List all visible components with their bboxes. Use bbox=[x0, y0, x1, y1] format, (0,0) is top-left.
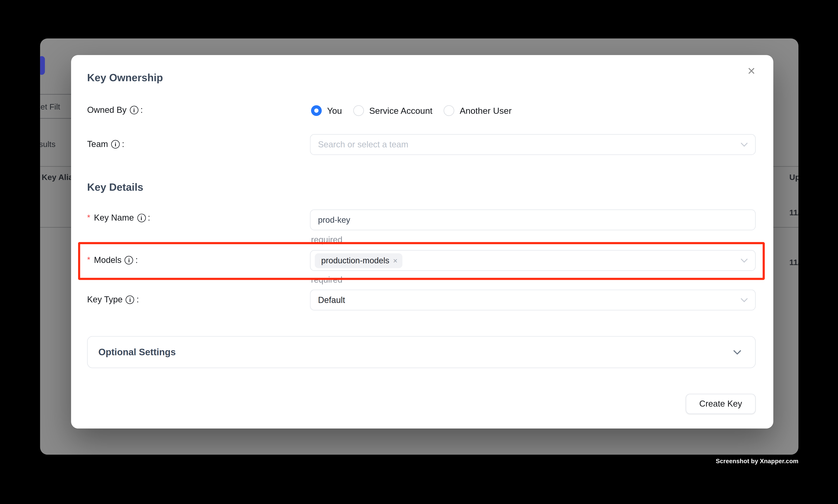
radio-option-another-user[interactable]: Another User bbox=[444, 105, 512, 116]
models-label: * Models i : bbox=[87, 255, 138, 265]
chevron-down-icon bbox=[741, 142, 748, 147]
section-title-key-ownership: Key Ownership bbox=[87, 72, 163, 84]
info-icon: i bbox=[126, 295, 134, 304]
chevron-down-icon bbox=[741, 258, 748, 263]
radio-label: You bbox=[327, 106, 342, 116]
required-asterisk: * bbox=[87, 254, 90, 264]
models-select[interactable]: production-models × bbox=[310, 250, 756, 271]
screenshot-stage: eset Filt sults Key Alia Up 11/ 11/ × Ke… bbox=[0, 0, 838, 504]
owned-by-label-text: Owned By bbox=[87, 105, 126, 115]
key-type-select[interactable]: Default bbox=[310, 290, 756, 310]
key-type-value: Default bbox=[318, 295, 345, 305]
key-name-input[interactable] bbox=[310, 210, 756, 230]
models-validation-message: required bbox=[311, 275, 342, 285]
create-key-label: Create Key bbox=[699, 399, 742, 409]
key-name-label-text: Key Name bbox=[94, 213, 134, 223]
optional-settings-expander[interactable]: Optional Settings bbox=[87, 336, 755, 368]
team-label: Team i : bbox=[87, 139, 124, 149]
colon: : bbox=[137, 295, 139, 305]
key-name-validation-message: required bbox=[311, 235, 342, 245]
model-tag-label: production-models bbox=[321, 256, 389, 265]
chevron-down-icon bbox=[741, 298, 748, 302]
colon: : bbox=[140, 105, 143, 115]
radio-option-service-account[interactable]: Service Account bbox=[353, 105, 432, 116]
create-key-button[interactable]: Create Key bbox=[686, 394, 756, 414]
watermark-text: Screenshot by Xnapper.com bbox=[716, 458, 798, 464]
team-label-text: Team bbox=[87, 139, 108, 149]
radio-selected-icon[interactable] bbox=[311, 105, 322, 116]
table-row-date: 11/ bbox=[789, 208, 799, 217]
radio-unselected-icon[interactable] bbox=[353, 105, 364, 116]
radio-label: Another User bbox=[460, 106, 512, 116]
key-type-label: Key Type i : bbox=[87, 295, 139, 305]
team-select-placeholder: Search or select a team bbox=[318, 140, 408, 149]
colon: : bbox=[148, 213, 150, 223]
chevron-down-icon bbox=[733, 349, 741, 355]
section-title-key-details: Key Details bbox=[87, 181, 143, 194]
table-row-date: 11/ bbox=[789, 257, 799, 267]
owned-by-label: Owned By i : bbox=[87, 105, 143, 115]
results-count-fragment: sults bbox=[40, 139, 55, 148]
colon: : bbox=[136, 255, 138, 265]
key-name-label: * Key Name i : bbox=[87, 213, 150, 223]
models-label-text: Models bbox=[94, 255, 122, 265]
remove-tag-icon[interactable]: × bbox=[393, 256, 397, 265]
create-key-modal: × Key Ownership Owned By i : You Service… bbox=[71, 55, 773, 429]
owned-by-radio-group: You Service Account Another User bbox=[311, 105, 512, 116]
reset-filters-label: eset Filt bbox=[40, 102, 60, 111]
radio-unselected-icon[interactable] bbox=[444, 105, 454, 116]
info-icon: i bbox=[137, 214, 146, 222]
optional-settings-title: Optional Settings bbox=[99, 346, 176, 358]
table-header-key-alias: Key Alia bbox=[42, 173, 73, 182]
info-icon: i bbox=[130, 106, 139, 114]
selected-model-tag: production-models × bbox=[315, 253, 402, 268]
info-icon: i bbox=[125, 256, 133, 265]
required-asterisk: * bbox=[87, 212, 90, 221]
radio-label: Service Account bbox=[369, 106, 432, 116]
background-blue-button-fragment bbox=[40, 56, 45, 75]
key-type-label-text: Key Type bbox=[87, 295, 123, 305]
close-icon[interactable]: × bbox=[743, 62, 759, 78]
info-icon: i bbox=[111, 140, 120, 148]
team-select[interactable]: Search or select a team bbox=[310, 134, 756, 155]
colon: : bbox=[122, 139, 124, 149]
radio-option-you[interactable]: You bbox=[311, 105, 342, 116]
table-header-updated: Up bbox=[789, 173, 799, 182]
